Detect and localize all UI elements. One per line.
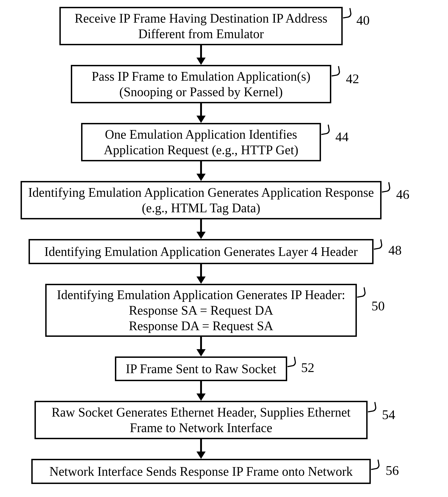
tick-42 xyxy=(330,66,341,77)
step-50-box: Identifying Emulation Application Genera… xyxy=(45,284,357,337)
step-44-number: 44 xyxy=(335,130,349,144)
step-56-number: 56 xyxy=(386,464,399,477)
tick-40 xyxy=(342,8,352,18)
tick-56 xyxy=(370,460,380,470)
step-48-box: Identifying Emulation Application Genera… xyxy=(29,239,373,264)
step-56-box: Network Interface Sends Response IP Fram… xyxy=(31,459,371,484)
tick-44 xyxy=(320,125,330,135)
flowchart-canvas: Receive IP Frame Having Destination IP A… xyxy=(0,0,448,497)
step-48-number: 48 xyxy=(388,244,402,257)
step-46-box: Identifying Emulation Application Genera… xyxy=(21,181,382,219)
step-40-text: Receive IP Frame Having Destination IP A… xyxy=(75,11,327,42)
step-50-number: 50 xyxy=(371,299,385,313)
step-54-box: Raw Socket Generates Ethernet Header, Su… xyxy=(34,401,368,439)
step-46-text: Identifying Emulation Application Genera… xyxy=(28,185,374,216)
tick-54 xyxy=(367,402,377,413)
step-56-text: Network Interface Sends Response IP Fram… xyxy=(49,464,353,479)
step-44-box: One Emulation Application Identifies App… xyxy=(81,123,321,161)
tick-52 xyxy=(286,357,297,367)
step-48-text: Identifying Emulation Application Genera… xyxy=(44,244,358,259)
step-52-text: IP Frame Sent to Raw Socket xyxy=(126,361,276,377)
step-54-number: 54 xyxy=(382,408,395,421)
step-50-text: Identifying Emulation Application Genera… xyxy=(57,287,345,334)
tick-50 xyxy=(356,287,366,298)
step-40-box: Receive IP Frame Having Destination IP A… xyxy=(59,7,343,45)
step-44-text: One Emulation Application Identifies App… xyxy=(104,127,298,158)
step-54-text: Raw Socket Generates Ethernet Header, Su… xyxy=(52,404,351,436)
step-42-box: Pass IP Frame to Emulation Application(s… xyxy=(71,65,331,103)
tick-48 xyxy=(372,239,383,250)
step-52-number: 52 xyxy=(301,361,314,374)
step-40-number: 40 xyxy=(356,14,370,27)
step-46-number: 46 xyxy=(396,188,409,201)
tick-46 xyxy=(380,182,391,193)
step-52-box: IP Frame Sent to Raw Socket xyxy=(115,356,287,381)
step-42-text: Pass IP Frame to Emulation Application(s… xyxy=(92,68,310,100)
step-42-number: 42 xyxy=(346,72,359,85)
